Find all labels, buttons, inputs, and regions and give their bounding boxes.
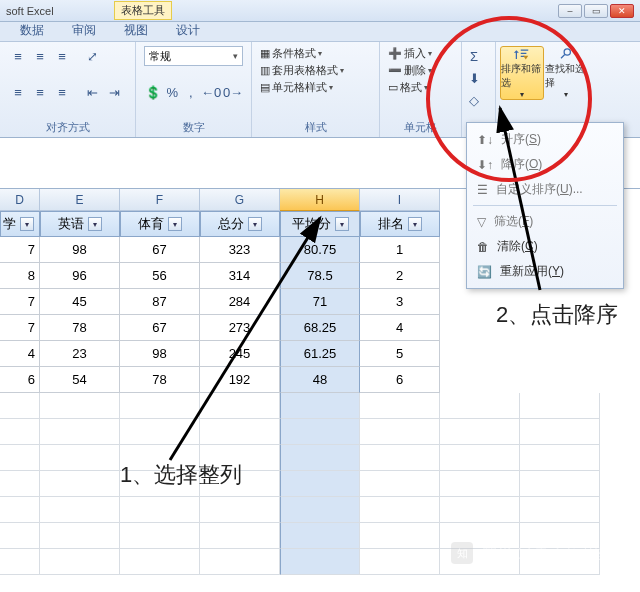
header-cell[interactable]: 排名▾ (360, 211, 440, 237)
col-header-d[interactable]: D (0, 189, 40, 211)
cell[interactable]: 3 (360, 289, 440, 315)
cell[interactable]: 23 (40, 341, 120, 367)
autosum-icon[interactable]: Σ (464, 46, 484, 66)
cell[interactable] (280, 549, 360, 575)
sort-filter-button[interactable]: 排序和筛选 ▾ (500, 46, 544, 100)
cell[interactable] (520, 393, 600, 419)
conditional-format-button[interactable]: ▦条件格式▾ (260, 46, 371, 61)
cell[interactable] (360, 445, 440, 471)
orientation-icon[interactable]: ⤢ (82, 46, 102, 66)
cell[interactable] (440, 393, 520, 419)
cell[interactable]: 4 (360, 315, 440, 341)
align-left-icon[interactable]: ≡ (8, 82, 28, 102)
cell[interactable]: 6 (360, 367, 440, 393)
cell[interactable] (520, 471, 600, 497)
cell[interactable]: 7 (0, 315, 40, 341)
insert-button[interactable]: ➕插入▾ (388, 46, 453, 61)
cell[interactable] (440, 419, 520, 445)
cell[interactable] (120, 497, 200, 523)
delete-button[interactable]: ➖删除▾ (388, 63, 453, 78)
cell[interactable] (200, 549, 280, 575)
minimize-button[interactable]: – (558, 4, 582, 18)
cell[interactable]: 5 (360, 341, 440, 367)
cell[interactable] (280, 523, 360, 549)
cell[interactable] (0, 497, 40, 523)
cell[interactable] (360, 419, 440, 445)
table-format-button[interactable]: ▥套用表格格式▾ (260, 63, 371, 78)
percent-icon[interactable]: % (164, 82, 181, 102)
cell[interactable] (360, 471, 440, 497)
cell[interactable]: 8 (0, 263, 40, 289)
align-middle-icon[interactable]: ≡ (30, 46, 50, 66)
format-button[interactable]: ▭格式▾ (388, 80, 453, 95)
header-cell[interactable]: 英语▾ (40, 211, 120, 237)
currency-icon[interactable]: 💲 (144, 82, 162, 102)
cell[interactable] (440, 471, 520, 497)
cell[interactable] (360, 523, 440, 549)
tab-review[interactable]: 审阅 (60, 20, 108, 41)
fill-icon[interactable]: ⬇ (464, 68, 484, 88)
cell[interactable]: 78 (40, 315, 120, 341)
col-header-e[interactable]: E (40, 189, 120, 211)
cell[interactable] (40, 497, 120, 523)
cell[interactable] (520, 497, 600, 523)
cell[interactable] (520, 445, 600, 471)
cell-style-button[interactable]: ▤单元格样式▾ (260, 80, 371, 95)
close-button[interactable]: ✕ (610, 4, 634, 18)
cell[interactable] (120, 549, 200, 575)
align-right-icon[interactable]: ≡ (52, 82, 72, 102)
indent-increase-icon[interactable]: ⇥ (104, 82, 124, 102)
col-header-i[interactable]: I (360, 189, 440, 211)
col-header-h[interactable]: H (280, 189, 360, 211)
cell[interactable] (40, 393, 120, 419)
col-header-g[interactable]: G (200, 189, 280, 211)
cell[interactable] (40, 445, 120, 471)
cell[interactable]: 7 (0, 289, 40, 315)
filter-button[interactable]: ▾ (88, 217, 102, 231)
number-format-combo[interactable]: 常规▾ (144, 46, 243, 66)
cell[interactable] (360, 497, 440, 523)
cell[interactable]: 54 (40, 367, 120, 393)
cell[interactable]: 45 (40, 289, 120, 315)
align-top-icon[interactable]: ≡ (8, 46, 28, 66)
cell[interactable] (40, 523, 120, 549)
cell[interactable]: 98 (40, 237, 120, 263)
cell[interactable] (120, 523, 200, 549)
tab-design[interactable]: 设计 (164, 20, 212, 41)
cell[interactable] (360, 549, 440, 575)
cell[interactable] (200, 497, 280, 523)
tab-data[interactable]: 数据 (8, 20, 56, 41)
cell[interactable]: 7 (0, 237, 40, 263)
tab-view[interactable]: 视图 (112, 20, 160, 41)
cell[interactable] (280, 497, 360, 523)
cell[interactable] (0, 393, 40, 419)
align-bottom-icon[interactable]: ≡ (52, 46, 72, 66)
maximize-button[interactable]: ▭ (584, 4, 608, 18)
cell[interactable] (440, 497, 520, 523)
cell[interactable] (0, 445, 40, 471)
cell[interactable] (0, 549, 40, 575)
cell[interactable] (40, 549, 120, 575)
cell[interactable] (440, 445, 520, 471)
cell[interactable] (0, 471, 40, 497)
comma-icon[interactable]: , (183, 82, 200, 102)
header-cell[interactable]: 学▾ (0, 211, 40, 237)
decrease-decimal-icon[interactable]: 0→ (223, 82, 243, 102)
align-center-icon[interactable]: ≡ (30, 82, 50, 102)
indent-decrease-icon[interactable]: ⇤ (82, 82, 102, 102)
cell[interactable]: 2 (360, 263, 440, 289)
cell[interactable] (520, 419, 600, 445)
increase-decimal-icon[interactable]: ←0 (201, 82, 221, 102)
cell[interactable] (200, 523, 280, 549)
filter-button[interactable]: ▾ (20, 217, 34, 231)
cell[interactable]: 6 (0, 367, 40, 393)
cell[interactable] (360, 393, 440, 419)
cell[interactable]: 96 (40, 263, 120, 289)
cell[interactable] (0, 523, 40, 549)
cell[interactable] (40, 471, 120, 497)
cell[interactable] (280, 471, 360, 497)
find-select-button[interactable]: 查找和选择 ▾ (544, 46, 588, 100)
cell[interactable] (40, 419, 120, 445)
cell[interactable]: 1 (360, 237, 440, 263)
filter-button[interactable]: ▾ (408, 217, 422, 231)
